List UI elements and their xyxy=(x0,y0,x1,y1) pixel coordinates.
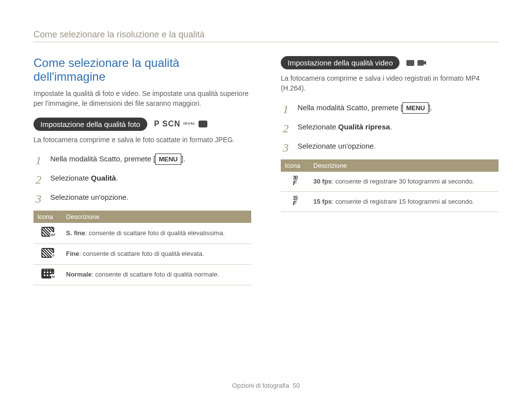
step-text: ]. xyxy=(429,103,432,112)
quality-icon-cell xyxy=(33,223,62,244)
step-text: . xyxy=(116,174,118,182)
content-columns: Come selezionare la qualità dell'immagin… xyxy=(33,56,499,285)
fps-icon-cell: 15F xyxy=(281,192,309,212)
photo-desc: La fotocamera comprime e salva le foto s… xyxy=(33,135,251,145)
right-column: Impostazione della qualità video La foto… xyxy=(281,56,499,285)
video-options-table: Icona Descrizione 30F 30 fps: consente d… xyxy=(281,159,499,212)
photo-step-3: Selezionate un'opzione. xyxy=(33,192,251,203)
fps15-icon: 15F xyxy=(293,196,297,206)
step-bold: Qualità xyxy=(91,174,116,182)
th-desc: Descrizione xyxy=(62,211,251,223)
photo-steps: Nella modalità Scatto, premete [MENU]. S… xyxy=(33,154,251,203)
video-desc: La fotocamera comprime e salva i video r… xyxy=(281,73,499,93)
dual-icon: ⁽ᴰᵁᴬᴸ xyxy=(183,122,196,127)
table-row: 30F 30 fps: consente di registrare 30 fo… xyxy=(281,172,499,192)
desc-cell: 15 fps: consente di registrare 15 fotogr… xyxy=(309,192,499,212)
desc-cell: 30 fps: consente di registrare 30 fotogr… xyxy=(309,172,499,192)
table-row: Fine: consente di scattare foto di quali… xyxy=(33,244,251,264)
photo-step-1: Nella modalità Scatto, premete [MENU]. xyxy=(33,154,251,165)
quality-icon-cell xyxy=(33,264,62,285)
step-text: Selezionate xyxy=(298,123,338,131)
video-steps: Nella modalità Scatto, premete [MENU]. S… xyxy=(281,102,499,152)
photo-quality-pill: Impostazione della qualità foto xyxy=(33,118,147,131)
row-bold: 15 fps xyxy=(313,198,332,205)
photo-options-table: Icona Descrizione S. fine: consente di s… xyxy=(33,211,251,285)
desc-cell: S. fine: consente di scattare foto di qu… xyxy=(62,223,251,244)
page: Come selezionare la risoluzione e la qua… xyxy=(0,0,532,401)
fps-f: F xyxy=(293,200,297,206)
video-quality-pill: Impostazione della qualità video xyxy=(281,56,399,69)
fps-f: F xyxy=(293,180,297,186)
th-icon: Icona xyxy=(33,211,62,223)
fps-icon-cell: 30F xyxy=(281,172,309,192)
quality-icon-cell xyxy=(33,244,62,264)
video-quality-header: Impostazione della qualità video xyxy=(281,56,499,69)
row-bold: Fine xyxy=(66,250,79,257)
step-text: Nella modalità Scatto, premete [ xyxy=(298,103,402,112)
photo-step-2: Selezionate Qualità. xyxy=(33,173,251,184)
video-modes xyxy=(406,60,426,66)
video-icon xyxy=(417,60,426,66)
mode-label: P SCN xyxy=(154,120,181,128)
row-text: : consente di scattare foto di qualità e… xyxy=(85,229,225,237)
video-step-2: Selezionate Qualità ripresa. xyxy=(281,122,499,133)
th-desc: Descrizione xyxy=(309,159,499,172)
desc-cell: Fine: consente di scattare foto di quali… xyxy=(62,244,251,264)
row-text: : consente di registrare 15 fotogrammi a… xyxy=(332,198,474,205)
camera-icon xyxy=(406,60,414,66)
th-icon: Icona xyxy=(281,159,309,172)
video-step-3: Selezionate un'opzione. xyxy=(281,141,499,152)
menu-button-label: MENU xyxy=(402,102,428,114)
step-text: ]. xyxy=(181,154,185,163)
row-bold: Normale xyxy=(66,271,92,278)
desc-cell: Normale: consente di scattare foto di qu… xyxy=(62,264,251,285)
row-text: : consente di scattare foto di qualità n… xyxy=(92,271,219,278)
fps30-icon: 30F xyxy=(293,176,297,186)
step-bold: Qualità ripresa xyxy=(338,123,390,131)
video-step-1: Nella modalità Scatto, premete [MENU]. xyxy=(281,102,499,114)
superfine-icon xyxy=(41,227,54,237)
row-text: : consente di scattare foto di qualità e… xyxy=(79,250,204,257)
table-row: S. fine: consente di scattare foto di qu… xyxy=(33,223,251,244)
menu-button-label: MENU xyxy=(155,154,181,165)
photo-quality-header: Impostazione della qualità foto P SCN ⁽ᴰ… xyxy=(33,118,251,131)
row-bold: 30 fps xyxy=(313,178,332,185)
normal-icon xyxy=(41,269,54,278)
photo-modes: P SCN ⁽ᴰᵁᴬᴸ xyxy=(154,120,208,128)
page-footer: Opzioni di fotografia 50 xyxy=(0,382,532,389)
page-title: Come selezionare la qualità dell'immagin… xyxy=(33,56,251,84)
left-column: Come selezionare la qualità dell'immagin… xyxy=(33,56,251,285)
step-text: Nella modalità Scatto, premete [ xyxy=(50,154,155,163)
row-text: : consente di registrare 30 fotogrammi a… xyxy=(332,178,474,185)
camera-icon xyxy=(199,121,207,127)
intro-text: Impostate la qualità di foto e video. Se… xyxy=(33,89,251,109)
breadcrumb: Come selezionare la risoluzione e la qua… xyxy=(33,30,499,42)
footer-label: Opzioni di fotografia xyxy=(232,382,289,389)
table-row: 15F 15 fps: consente di registrare 15 fo… xyxy=(281,192,499,212)
step-text: . xyxy=(390,123,392,131)
footer-page: 50 xyxy=(293,382,299,389)
fine-icon xyxy=(41,248,54,258)
row-bold: S. fine xyxy=(66,229,85,237)
table-row: Normale: consente di scattare foto di qu… xyxy=(33,264,251,285)
step-text: Selezionate xyxy=(50,174,91,182)
